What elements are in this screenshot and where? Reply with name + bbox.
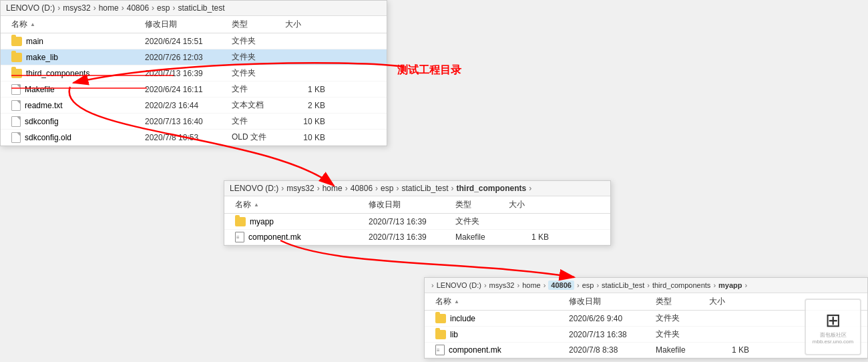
breadcrumb-item[interactable]: staticLib_test — [401, 184, 448, 193]
breadcrumb-item[interactable]: esp — [381, 184, 393, 193]
breadcrumb-item[interactable]: myapp — [718, 281, 742, 289]
file-name: component.mk — [248, 232, 301, 242]
file-date: 2020/7/13 16:39 — [369, 232, 455, 242]
file-type: 文件夹 — [656, 329, 709, 340]
file-type: Makefile — [656, 345, 709, 355]
file-name: myapp — [250, 217, 274, 226]
file-list-3: include 2020/6/26 9:40 文件夹 lib 2020/7/13… — [425, 311, 867, 358]
sort-arrow-icon: ▲ — [254, 202, 259, 208]
file-row[interactable]: readme.txt 2020/2/3 16:44 文本文档 2 KB — [1, 98, 387, 114]
breadcrumb-item[interactable]: third_components — [457, 184, 527, 193]
file-size: 1 KB — [709, 345, 749, 355]
breadcrumb-item[interactable]: home — [322, 184, 343, 193]
file-row[interactable]: sdkconfig.old 2020/7/8 10:53 OLD 文件 10 K… — [1, 130, 387, 146]
file-date: 2020/7/8 8:38 — [569, 345, 656, 355]
annotation-arrow-3 — [280, 240, 574, 277]
file-row[interactable]: lib 2020/7/13 16:38 文件夹 — [425, 327, 867, 343]
explorer-window-1: LENOVO (D:) › msys32 › home › 40806 › es… — [0, 0, 387, 146]
folder-icon — [235, 217, 246, 226]
col-type-label: 类型 — [455, 199, 471, 210]
sort-arrow-icon: ▲ — [454, 299, 459, 305]
breadcrumb-item[interactable]: 40806 — [548, 281, 574, 290]
file-name: make_lib — [26, 53, 58, 62]
breadcrumb-item[interactable]: msys32 — [489, 281, 515, 289]
file-row[interactable]: component.mk 2020/7/8 8:38 Makefile 1 KB — [425, 343, 867, 358]
col-type-label: 类型 — [232, 19, 248, 30]
breadcrumb-item[interactable]: 40806 — [127, 3, 149, 13]
file-type: 文件 — [232, 116, 285, 127]
sort-arrow-icon: ▲ — [30, 21, 35, 27]
file-date: 2020/6/24 16:11 — [145, 85, 232, 94]
file-row[interactable]: component.mk 2020/7/13 16:39 Makefile 1 … — [224, 230, 610, 245]
file-row[interactable]: include 2020/6/26 9:40 文件夹 — [425, 311, 867, 327]
breadcrumb-2[interactable]: LENOVO (D:) › msys32 › home › 40806 › es… — [224, 181, 610, 196]
col-size-label: 大小 — [285, 19, 301, 30]
col-date-label: 修改日期 — [369, 199, 401, 210]
file-row[interactable]: Makefile 2020/6/24 16:11 文件 1 KB — [1, 81, 387, 98]
file-list-2: myapp 2020/7/13 16:39 文件夹 component.mk 2… — [224, 214, 610, 245]
breadcrumb-item[interactable]: home — [99, 3, 119, 13]
file-date: 2020/2/3 16:44 — [145, 101, 232, 110]
breadcrumb-3[interactable]: › LENOVO (D:) › msys32 › home › 40806 › … — [425, 278, 867, 293]
breadcrumb-1[interactable]: LENOVO (D:) › msys32 › home › 40806 › es… — [1, 1, 387, 16]
breadcrumb-item[interactable]: LENOVO (D:) — [6, 3, 55, 13]
breadcrumb-item[interactable]: msys32 — [286, 184, 314, 193]
file-row[interactable]: make_lib 2020/7/26 12:03 文件夹 — [1, 49, 387, 65]
folder-icon — [11, 37, 22, 46]
makefile-icon — [235, 232, 244, 242]
breadcrumb-item[interactable]: esp — [582, 281, 594, 289]
breadcrumb-item[interactable]: staticLib_test — [602, 281, 644, 289]
breadcrumb-item[interactable]: LENOVO (D:) — [230, 184, 278, 193]
breadcrumb-item[interactable]: home — [522, 281, 541, 289]
file-type: 文件夹 — [656, 313, 709, 324]
breadcrumb-item[interactable]: 40806 — [351, 184, 373, 193]
column-header-1: 名称 ▲ 修改日期 类型 大小 — [1, 16, 387, 33]
logo-text: 面包板社区 — [820, 331, 847, 339]
file-name: sdkconfig.old — [25, 133, 71, 142]
file-row[interactable]: myapp 2020/7/13 16:39 文件夹 — [224, 214, 610, 230]
folder-icon — [11, 69, 22, 78]
col-name-label: 名称 — [235, 199, 251, 210]
file-icon — [11, 84, 21, 95]
file-icon — [11, 116, 21, 127]
file-icon — [11, 132, 21, 143]
file-size: 2 KB — [285, 101, 325, 110]
file-row[interactable]: sdkconfig 2020/7/13 16:40 文件 10 KB — [1, 114, 387, 130]
file-row[interactable]: main 2020/6/24 15:51 文件夹 — [1, 33, 387, 49]
breadcrumb-item[interactable]: staticLib_test — [178, 3, 224, 13]
col-date-label: 修改日期 — [145, 19, 177, 30]
file-size: 10 KB — [285, 117, 325, 126]
file-type: 文件夹 — [232, 67, 285, 79]
file-size: 1 KB — [509, 232, 549, 242]
file-list-1: main 2020/6/24 15:51 文件夹 make_lib 2020/7… — [1, 33, 387, 146]
file-date: 2020/7/13 16:39 — [369, 217, 455, 226]
file-date: 2020/6/26 9:40 — [569, 314, 656, 323]
breadcrumb-item[interactable]: LENOVO (D:) — [437, 281, 481, 289]
file-date: 2020/7/13 16:40 — [145, 117, 232, 126]
file-date: 2020/7/8 10:53 — [145, 133, 232, 142]
logo-url: mbb.esr.uno.com — [813, 339, 853, 345]
file-type: 文件夹 — [232, 35, 285, 47]
file-date: 2020/6/24 15:51 — [145, 37, 232, 46]
file-type: 文本文档 — [232, 100, 285, 111]
logo-watermark: ⊞ 面包板社区 mbb.esr.uno.com — [805, 299, 861, 355]
col-size-label: 大小 — [709, 296, 725, 307]
file-size: 1 KB — [285, 85, 325, 94]
file-type: OLD 文件 — [232, 132, 285, 143]
file-size: 10 KB — [285, 133, 325, 142]
col-date-label: 修改日期 — [569, 296, 601, 307]
file-name: third_components — [26, 69, 89, 78]
col-name-label: 名称 — [11, 19, 27, 30]
file-row[interactable]: third_components 2020/7/13 16:39 文件夹 — [1, 65, 387, 81]
annotation-label: 测试工程目录 — [397, 63, 461, 77]
breadcrumb-item[interactable]: third_components — [652, 281, 710, 289]
file-type: 文件夹 — [232, 51, 285, 63]
col-name-label: 名称 — [435, 296, 451, 307]
makefile-icon — [435, 345, 445, 355]
breadcrumb-item[interactable]: esp — [157, 3, 170, 13]
column-header-2: 名称 ▲ 修改日期 类型 大小 — [224, 196, 610, 214]
folder-icon — [11, 53, 22, 62]
breadcrumb-item[interactable]: msys32 — [63, 3, 90, 13]
col-type-label: 类型 — [656, 296, 672, 307]
file-date: 2020/7/26 12:03 — [145, 53, 232, 62]
